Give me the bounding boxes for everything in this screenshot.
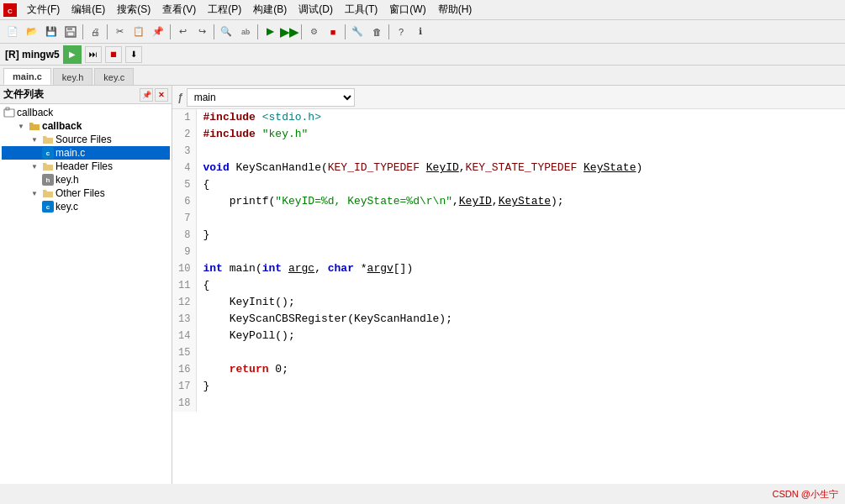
print-button[interactable]: 🖨 (86, 23, 104, 41)
tabs-bar: main.c key.h key.c (0, 66, 845, 86)
menu-build[interactable]: 构建(B) (248, 1, 292, 18)
debug-button[interactable]: ⚙ (304, 23, 323, 41)
toolbar: 📄 📂 💾 🖨 ✂ 📋 📌 ↩ ↪ 🔍 ab→ ▶ ▶▶ ⚙ ■ 🔧 🗑 ? ℹ (0, 20, 845, 44)
runbar-label: [R] mingw5 (5, 49, 60, 60)
tree-other-files[interactable]: ▼ Other Files (2, 186, 170, 200)
line-code: return 0; (196, 361, 845, 378)
menu-debug[interactable]: 调试(D) (293, 1, 338, 18)
run-compile-button[interactable]: ▶ (63, 45, 82, 64)
project-expand-icon: ▼ (15, 120, 27, 132)
tree-source-label: Source Files (55, 134, 112, 145)
tree-main-c[interactable]: c main.c (2, 146, 170, 160)
svg-rect-4 (67, 32, 74, 36)
table-row: 10 int main(int argc, char *argv[]) (172, 260, 845, 277)
line-code: { (196, 277, 845, 294)
menu-file[interactable]: 文件(F) (22, 1, 65, 18)
line-number: 4 (172, 160, 196, 176)
find-button[interactable]: 🔍 (217, 23, 235, 41)
tree-main-c-label: main.c (55, 147, 85, 159)
line-number: 9 (172, 244, 196, 260)
run-stop2-button[interactable]: ⏹ (105, 46, 122, 63)
paste-button[interactable]: 📌 (149, 23, 167, 41)
tree-key-c-label: key.c (55, 201, 78, 213)
separator-1 (82, 24, 83, 39)
main-c-icon: c (42, 147, 54, 159)
undo-button[interactable]: ↩ (173, 23, 192, 41)
run-step-button[interactable]: ⏭ (85, 46, 102, 63)
redo-button[interactable]: ↪ (193, 23, 211, 41)
tree-project[interactable]: ▼ callback (2, 119, 170, 133)
replace-button[interactable]: ab→ (236, 23, 255, 41)
tab-main-c[interactable]: main.c (3, 68, 51, 85)
tab-key-c[interactable]: key.c (94, 68, 134, 85)
clean-button[interactable]: 🗑 (367, 23, 386, 41)
run-button[interactable]: ▶▶ (280, 23, 298, 41)
tree-other-label: Other Files (55, 187, 105, 199)
other-expand-icon: ▼ (29, 187, 40, 199)
func-dropdown: ƒ main KeyScanHandle (177, 88, 355, 107)
line-number: 17 (172, 378, 196, 395)
file-panel: 文件列表 📌 ✕ callback ▼ callback (0, 86, 172, 484)
menubar: C 文件(F) 编辑(E) 搜索(S) 查看(V) 工程(P) 构建(B) 调试… (0, 0, 845, 20)
save-all-button[interactable] (61, 23, 80, 41)
editor-content[interactable]: 1 #include <stdio.h> 2 #include "key.h" … (172, 109, 845, 484)
line-number: 1 (172, 109, 196, 126)
table-row: 16 return 0; (172, 361, 845, 378)
menu-search[interactable]: 搜索(S) (112, 1, 156, 18)
tree-key-c[interactable]: c key.c (2, 200, 170, 213)
build-all-button[interactable]: 🔧 (348, 23, 367, 41)
line-number: 5 (172, 176, 196, 193)
new-file-button[interactable]: 📄 (3, 23, 22, 41)
copy-button[interactable]: 📋 (129, 23, 148, 41)
tab-key-h[interactable]: key.h (53, 68, 92, 85)
line-number: 15 (172, 344, 196, 361)
cut-button[interactable]: ✂ (110, 23, 129, 41)
table-row: 17 } (172, 378, 845, 395)
info-button[interactable]: ℹ (411, 23, 430, 41)
source-expand-icon: ▼ (29, 134, 40, 145)
help-button[interactable]: ? (392, 23, 410, 41)
tree-workspace[interactable]: callback (2, 106, 170, 119)
header-expand-icon: ▼ (29, 160, 40, 172)
workspace-icon (3, 107, 15, 118)
svg-rect-3 (67, 27, 72, 30)
menu-help[interactable]: 帮助(H) (433, 1, 478, 18)
main-area: 文件列表 📌 ✕ callback ▼ callback (0, 86, 845, 484)
app-icon: C (3, 3, 17, 17)
line-code (196, 344, 845, 361)
tree-header-label: Header Files (55, 160, 113, 172)
menu-tools[interactable]: 工具(T) (340, 1, 383, 18)
file-panel-header: 文件列表 📌 ✕ (0, 86, 172, 104)
header-folder-icon (42, 160, 54, 172)
key-h-icon: h (42, 174, 54, 186)
run-extra-button[interactable]: ⬇ (125, 46, 142, 63)
code-table: 1 #include <stdio.h> 2 #include "key.h" … (172, 109, 845, 412)
line-number: 16 (172, 361, 196, 378)
line-code: int main(int argc, char *argv[]) (196, 260, 845, 277)
line-number: 12 (172, 294, 196, 311)
separator-3 (170, 24, 171, 39)
tree-workspace-label: callback (17, 107, 53, 118)
separator-2 (107, 24, 108, 39)
menu-window[interactable]: 窗口(W) (384, 1, 430, 18)
table-row: 5 { (172, 176, 845, 193)
stop-button[interactable]: ■ (324, 23, 342, 41)
tree-header-files[interactable]: ▼ Header Files (2, 160, 170, 173)
line-code: } (196, 378, 845, 395)
table-row: 1 #include <stdio.h> (172, 109, 845, 126)
func-select[interactable]: main KeyScanHandle (187, 88, 355, 107)
menu-view[interactable]: 查看(V) (157, 1, 201, 18)
line-number: 7 (172, 210, 196, 227)
menu-edit[interactable]: 编辑(E) (66, 1, 110, 18)
key-c-icon: c (42, 201, 54, 213)
line-code: printf("KeyID=%d, KeyState=%d\r\n",KeyID… (196, 193, 845, 210)
tree-key-h[interactable]: h key.h (2, 173, 170, 186)
compile-button[interactable]: ▶ (261, 23, 279, 41)
menu-project[interactable]: 工程(P) (203, 1, 246, 18)
file-panel-pin[interactable]: 📌 (140, 88, 153, 102)
open-button[interactable]: 📂 (23, 23, 41, 41)
file-panel-close[interactable]: ✕ (155, 88, 168, 102)
save-button[interactable]: 💾 (42, 23, 61, 41)
line-number: 14 (172, 328, 196, 344)
tree-source-files[interactable]: ▼ Source Files (2, 133, 170, 146)
